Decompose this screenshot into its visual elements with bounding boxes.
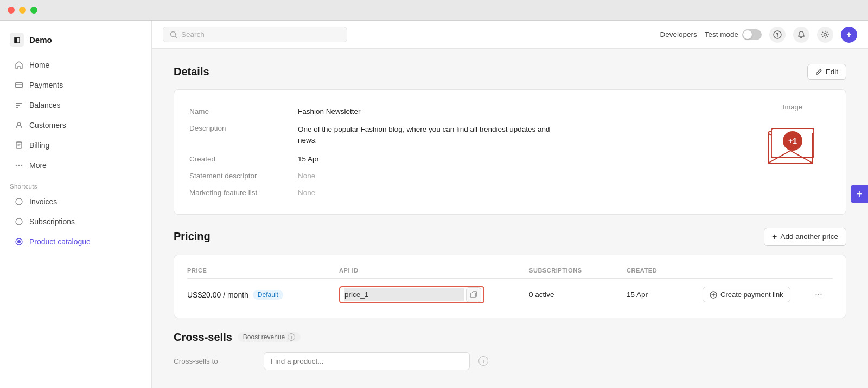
toggle-knob bbox=[743, 30, 752, 39]
test-mode-switch[interactable] bbox=[742, 29, 762, 40]
sidebar-item-balances-label: Balances bbox=[29, 101, 61, 109]
sidebar-item-more[interactable]: More bbox=[4, 156, 147, 175]
svg-rect-6 bbox=[16, 142, 22, 148]
svg-point-19 bbox=[777, 36, 777, 36]
marketing-feature-label: Marketing feature list bbox=[189, 184, 298, 201]
sidebar-shortcuts: Invoices Subscriptions Product catalogue bbox=[0, 192, 151, 252]
info-symbol: i bbox=[483, 358, 484, 364]
pricing-section-header: Pricing + Add another price bbox=[174, 228, 846, 246]
topbar: Search Developers Test mode bbox=[152, 21, 868, 49]
price-value: US$20.00 / month bbox=[187, 290, 248, 299]
subscriptions-cell: 0 active bbox=[529, 290, 627, 299]
pricing-table-row: US$20.00 / month Default bbox=[187, 281, 833, 309]
add-price-button[interactable]: + Add another price bbox=[764, 228, 846, 246]
brand-name: Demo bbox=[29, 35, 52, 44]
pricing-title: Pricing bbox=[174, 230, 210, 243]
actions-col-header bbox=[703, 267, 811, 274]
boost-revenue-badge: Boost revenue i bbox=[238, 332, 301, 342]
create-payment-link-button[interactable]: Create payment link bbox=[703, 287, 790, 302]
copy-api-id-button[interactable] bbox=[466, 287, 481, 302]
svg-point-5 bbox=[18, 122, 21, 125]
sidebar: ◧ Demo Home Payments Balances bbox=[0, 21, 152, 388]
details-title: Details bbox=[174, 66, 209, 78]
image-label: Image bbox=[783, 103, 802, 111]
sidebar-item-invoices-label: Invoices bbox=[29, 197, 57, 206]
name-label: Name bbox=[189, 103, 298, 120]
api-id-cell bbox=[339, 286, 529, 303]
plus-icon: + bbox=[772, 232, 777, 242]
pricing-card: PRICE API ID SUBSCRIPTIONS CREATED US$20… bbox=[174, 255, 846, 318]
svg-point-9 bbox=[16, 165, 17, 166]
cross-sells-info-icon[interactable]: i bbox=[478, 356, 488, 366]
svg-text:+1: +1 bbox=[788, 137, 797, 145]
topbar-right: Developers Test mode bbox=[660, 27, 857, 43]
created-value: 15 Apr bbox=[298, 151, 733, 167]
svg-point-10 bbox=[18, 165, 20, 166]
pricing-table-header: PRICE API ID SUBSCRIPTIONS CREATED bbox=[187, 264, 833, 279]
created-label: Created bbox=[189, 151, 298, 167]
gear-icon bbox=[821, 30, 829, 39]
svg-rect-2 bbox=[16, 103, 22, 104]
settings-button[interactable] bbox=[817, 27, 833, 43]
sidebar-item-invoices[interactable]: Invoices bbox=[4, 192, 147, 211]
sidebar-item-home[interactable]: Home bbox=[4, 55, 147, 75]
details-card: Name Fashion Newsletter Description One … bbox=[174, 89, 846, 215]
sidebar-item-payments[interactable]: Payments bbox=[4, 75, 147, 95]
sidebar-item-balances[interactable]: Balances bbox=[4, 95, 147, 115]
price-cell: US$20.00 / month Default bbox=[187, 290, 339, 300]
more-col-header bbox=[811, 267, 833, 274]
bell-icon bbox=[797, 30, 806, 39]
main-content: Details Edit Name Fashion Newsletter Des… bbox=[152, 49, 868, 388]
search-icon bbox=[170, 31, 177, 38]
user-avatar[interactable]: + bbox=[841, 27, 857, 43]
more-icon bbox=[14, 160, 24, 170]
invoices-icon bbox=[14, 197, 24, 206]
floating-add-button[interactable]: + bbox=[851, 185, 868, 203]
subscriptions-value: 0 active bbox=[529, 290, 554, 299]
boost-info-icon: i bbox=[288, 333, 295, 341]
pricing-actions-cell: Create payment link bbox=[703, 287, 811, 302]
default-badge: Default bbox=[253, 290, 283, 300]
sidebar-item-subscriptions[interactable]: Subscriptions bbox=[4, 212, 147, 231]
balances-icon bbox=[14, 100, 24, 110]
sidebar-item-more-label: More bbox=[29, 161, 47, 170]
product-catalogue-icon bbox=[14, 237, 24, 247]
sidebar-item-product-catalogue-label: Product catalogue bbox=[29, 237, 91, 246]
pricing-more-button[interactable]: ··· bbox=[811, 287, 826, 302]
search-placeholder: Search bbox=[181, 30, 205, 38]
maximize-button[interactable] bbox=[30, 7, 37, 14]
search-box[interactable]: Search bbox=[163, 27, 347, 42]
create-payment-link-label: Create payment link bbox=[720, 290, 783, 299]
details-fields: Name Fashion Newsletter Description One … bbox=[189, 103, 733, 201]
svg-point-13 bbox=[16, 218, 22, 225]
svg-rect-28 bbox=[471, 293, 475, 298]
minimize-button[interactable] bbox=[19, 7, 26, 14]
edit-button[interactable]: Edit bbox=[807, 64, 846, 80]
api-id-input[interactable] bbox=[344, 288, 464, 301]
help-button[interactable] bbox=[769, 27, 786, 43]
svg-rect-0 bbox=[16, 83, 23, 88]
sidebar-item-customers-label: Customers bbox=[29, 121, 66, 130]
find-product-input[interactable] bbox=[264, 352, 470, 370]
edit-icon bbox=[815, 68, 822, 75]
sidebar-item-customers[interactable]: Customers bbox=[4, 115, 147, 135]
subscriptions-col-header: SUBSCRIPTIONS bbox=[529, 267, 627, 274]
notifications-button[interactable] bbox=[793, 27, 809, 43]
edit-label: Edit bbox=[826, 68, 838, 76]
test-mode-toggle-row: Test mode bbox=[705, 29, 762, 40]
copy-icon bbox=[470, 291, 477, 298]
circle-plus-icon bbox=[710, 291, 717, 299]
sidebar-item-billing[interactable]: Billing bbox=[4, 135, 147, 155]
subscriptions-icon bbox=[14, 217, 24, 227]
svg-line-17 bbox=[175, 36, 177, 38]
pricing-created-cell: 15 Apr bbox=[627, 290, 703, 299]
svg-point-20 bbox=[824, 33, 827, 36]
details-section-header: Details Edit bbox=[174, 64, 846, 80]
pricing-created-value: 15 Apr bbox=[627, 290, 648, 299]
api-id-col-header: API ID bbox=[339, 267, 529, 274]
marketing-feature-value: None bbox=[298, 184, 733, 201]
close-button[interactable] bbox=[8, 7, 15, 14]
developers-link[interactable]: Developers bbox=[660, 30, 697, 38]
sidebar-brand[interactable]: ◧ Demo bbox=[0, 29, 151, 55]
sidebar-item-product-catalogue[interactable]: Product catalogue bbox=[4, 232, 147, 251]
